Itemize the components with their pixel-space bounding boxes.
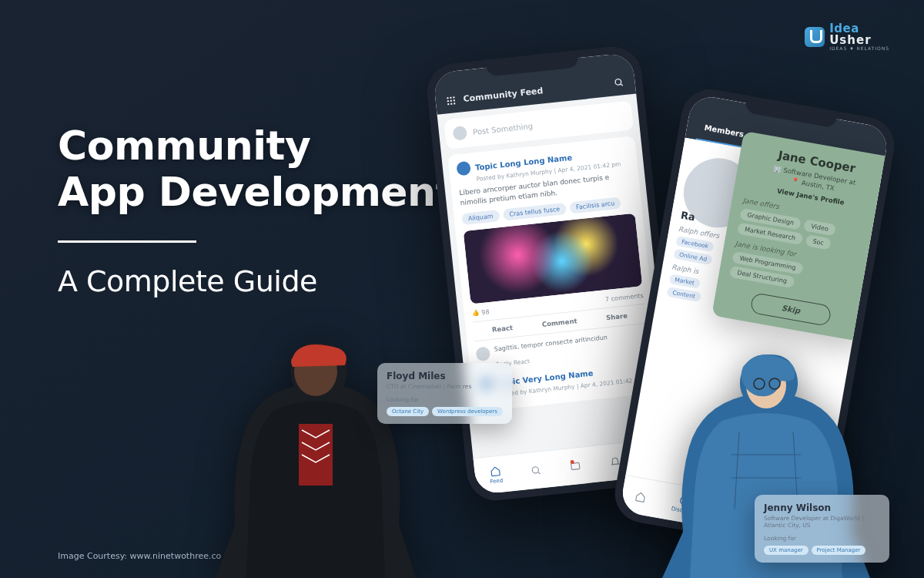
chip[interactable]: Video xyxy=(803,219,835,236)
hero-title-line1: Community xyxy=(58,123,310,169)
profile-overlay-card: Jane Cooper 🏢 Software Developer at 📍 Au… xyxy=(711,131,890,342)
post-image[interactable] xyxy=(464,213,643,304)
react-button[interactable]: React xyxy=(473,317,532,341)
home-icon xyxy=(490,465,501,476)
chip[interactable]: Soc xyxy=(805,234,831,250)
feed-header-title: Community Feed xyxy=(463,86,544,104)
person-photo-left xyxy=(216,324,416,578)
card-role: CTO at Cinemadati | Palm res xyxy=(387,383,503,390)
logo-line2: Usher xyxy=(829,35,889,46)
tab-activity[interactable] xyxy=(570,460,581,472)
skip-button[interactable]: Skip xyxy=(750,292,832,327)
chip[interactable]: Content xyxy=(667,287,701,302)
tab-search[interactable] xyxy=(531,465,542,476)
home-icon xyxy=(634,490,647,502)
avatar-icon xyxy=(452,126,467,141)
card-name: Jenny Wilson xyxy=(764,502,880,513)
tab-home[interactable] xyxy=(634,490,647,502)
grid-icon[interactable] xyxy=(446,96,456,106)
comment-count[interactable]: 7 comments xyxy=(605,292,644,303)
like-count[interactable]: 👍 98 xyxy=(471,308,490,317)
logo-mark-icon xyxy=(805,27,825,47)
post-tag[interactable]: Cras tellus fusce xyxy=(503,203,567,221)
tab-label: Feed xyxy=(490,477,503,485)
card-looking-label: Looking for xyxy=(764,535,880,542)
avatar-icon xyxy=(476,347,491,362)
profile-card-floyd[interactable]: Floyd Miles CTO at Cinemadati | Palm res… xyxy=(377,363,512,424)
hero-subtitle: A Complete Guide xyxy=(58,264,454,298)
comment-button[interactable]: Comment xyxy=(530,311,589,335)
tab-feed[interactable]: Feed xyxy=(488,465,503,485)
chip[interactable]: UX manager xyxy=(764,546,808,555)
logo-text: Idea Usher IDEAS ♦ RELATIONS xyxy=(829,23,889,51)
profile-card-jenny[interactable]: Jenny Wilson Software Developer at DigaW… xyxy=(755,495,889,563)
share-button[interactable]: Share xyxy=(588,304,647,329)
hero-block: CommunityApp Development A Complete Guid… xyxy=(58,123,454,298)
card-name: Floyd Miles xyxy=(387,371,503,381)
hero-title-line2: App Development xyxy=(58,169,454,215)
logo-tagline: IDEAS ♦ RELATIONS xyxy=(829,46,889,51)
compose-placeholder: Post Something xyxy=(473,121,534,136)
post-tag[interactable]: Facilisis arcu xyxy=(569,197,621,214)
badge-dot-icon xyxy=(571,459,574,463)
chip[interactable]: Wordpress developers xyxy=(432,407,503,416)
card-role: Software Developer at DigaWorld | Atlant… xyxy=(764,515,880,529)
brand-logo: Idea Usher IDEAS ♦ RELATIONS xyxy=(805,23,889,51)
card-looking-label: Looking for xyxy=(387,396,503,403)
hero-divider xyxy=(58,240,196,243)
post-tag[interactable]: Aliquam xyxy=(461,210,500,225)
chip[interactable]: Market xyxy=(668,274,700,289)
hero-title: CommunityApp Development xyxy=(58,123,454,216)
chip[interactable]: Octane City xyxy=(387,407,429,416)
search-icon xyxy=(531,465,542,476)
search-icon[interactable] xyxy=(614,77,624,88)
chip[interactable]: Project Manager xyxy=(812,546,866,555)
image-credit: Image Courtesy: www.ninetwothree.co xyxy=(58,551,221,561)
